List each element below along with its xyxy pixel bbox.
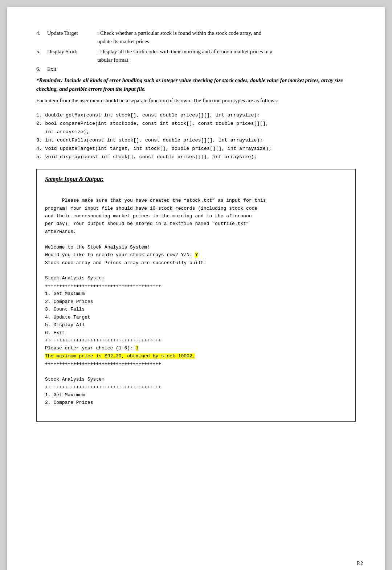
sample-highlight-1: 1 — [136, 345, 139, 351]
sample-text-1: Please make sure that you have created t… — [45, 198, 266, 258]
sample-title: Sample Input & Output: — [45, 176, 347, 183]
list-item-4: 4. Update Target : Check whether a parti… — [36, 29, 356, 45]
item-4-number: 4. — [36, 29, 47, 45]
code-line-6: 5. void display(const int stock[], const… — [36, 153, 356, 161]
item-5-label: Display Stock — [47, 48, 94, 64]
code-block: 1. double getMax(const int stock[], cons… — [36, 111, 356, 161]
item-4-desc: : Check whether a particular stock is fo… — [97, 29, 356, 45]
item-6-label: Exit — [47, 66, 94, 72]
item-5-desc-line2: tabular format — [97, 57, 128, 63]
menu-list: 4. Update Target : Check whether a parti… — [36, 29, 356, 72]
item-5-desc: : Display all the stock codes with their… — [97, 48, 356, 64]
sample-text-2: Stock code array and Prices array are su… — [45, 260, 207, 351]
code-line-2: 2. bool comparePrice(int stockcode, cons… — [36, 120, 356, 128]
code-line-1: 1. double getMax(const int stock[], cons… — [36, 111, 356, 120]
code-line-5: 4. void updateTarget(int target, int sto… — [36, 145, 356, 153]
reminder-text: *Reminder: Include all kinds of error ha… — [36, 76, 356, 93]
item-4-desc-line1: : Check whether a particular stock is fo… — [97, 30, 261, 36]
page: 4. Update Target : Check whether a parti… — [7, 7, 385, 570]
sample-highlight-y: Y — [195, 252, 198, 258]
item-6-number: 6. — [36, 66, 47, 72]
item-4-label: Update Target — [47, 29, 94, 45]
sample-content: Please make sure that you have created t… — [45, 189, 347, 415]
list-item-5: 5. Display Stock : Display all the stock… — [36, 48, 356, 64]
item-5-number: 5. — [36, 48, 47, 64]
body-text: Each item from the user menu should be a… — [36, 96, 356, 105]
sample-text-3: ++++++++++++++++++++++++++++++++++++++++… — [45, 361, 161, 405]
code-line-3: int arraysize); — [36, 128, 356, 136]
item-4-desc-line2: update its market prices — [97, 38, 149, 44]
list-item-6: 6. Exit — [36, 66, 356, 72]
sample-box: Sample Input & Output: Please make sure … — [36, 169, 356, 422]
page-number: P.2 — [357, 561, 363, 566]
item-5-desc-line1: : Display all the stock codes with their… — [97, 49, 272, 54]
code-line-4: 3. int countFalls(const int stock[], con… — [36, 136, 356, 145]
sample-highlight-max: The maximum price is $92.30, obtained by… — [45, 353, 195, 359]
